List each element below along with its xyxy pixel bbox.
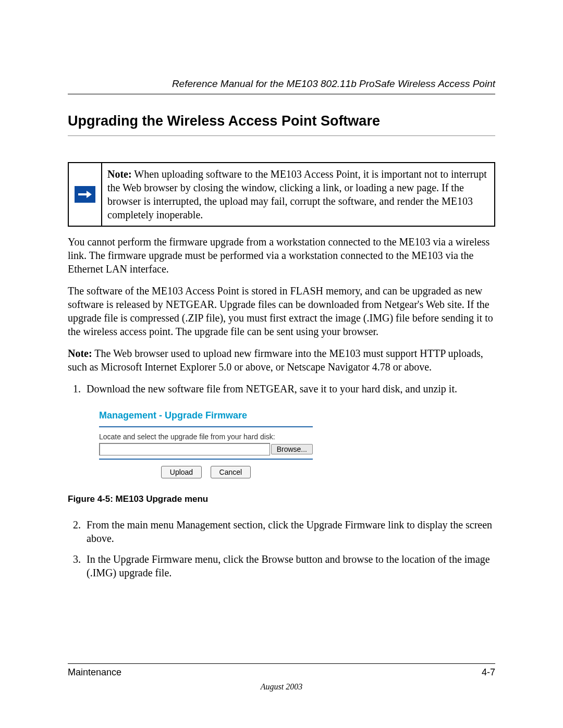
- p3-note-label: Note:: [68, 348, 92, 359]
- note-icon-cell: [68, 163, 102, 226]
- file-input-row: Browse...: [99, 443, 313, 455]
- p3-note-text: The Web browser used to upload new firmw…: [68, 348, 483, 373]
- figure-caption: Figure 4-5: ME103 Upgrade menu: [68, 494, 495, 504]
- steps-list-cont: From the main menu Management section, c…: [68, 518, 495, 579]
- firmware-instruction: Locate and select the upgrade file from …: [99, 433, 313, 441]
- note-box: Note: When uploading software to the ME1…: [68, 162, 495, 227]
- firmware-button-row: Upload Cancel: [99, 466, 313, 478]
- paragraph-2: The software of the ME103 Access Point i…: [68, 284, 495, 338]
- manual-header: Reference Manual for the ME103 802.11b P…: [68, 78, 495, 90]
- browse-button[interactable]: Browse...: [271, 444, 313, 454]
- document-page: Reference Manual for the ME103 802.11b P…: [0, 0, 563, 728]
- svg-marker-1: [87, 191, 92, 198]
- footer-page-number: 4-7: [482, 667, 495, 678]
- note-text-cell: Note: When uploading software to the ME1…: [102, 163, 495, 226]
- section-heading: Upgrading the Wireless Access Point Soft…: [68, 113, 495, 129]
- note-label: Note:: [107, 168, 132, 180]
- cancel-button[interactable]: Cancel: [211, 466, 251, 478]
- steps-list: Download the new software file from NETG…: [68, 382, 495, 396]
- step-1: Download the new software file from NETG…: [83, 382, 495, 396]
- footer-row: Maintenance 4-7: [68, 667, 495, 678]
- firmware-top-rule: [99, 426, 313, 427]
- firmware-bottom-rule: [99, 459, 313, 460]
- paragraph-3: Note: The Web browser used to upload new…: [68, 347, 495, 374]
- note-text: When uploading software to the ME103 Acc…: [107, 168, 487, 220]
- firmware-title: Management - Upgrade Firmware: [99, 410, 313, 423]
- upload-button[interactable]: Upload: [161, 466, 202, 478]
- header-divider: [68, 94, 495, 94]
- page-footer: Maintenance 4-7 August 2003: [68, 663, 495, 692]
- file-path-input[interactable]: [99, 443, 270, 455]
- step-2: From the main menu Management section, c…: [83, 518, 495, 545]
- heading-divider: [68, 135, 495, 136]
- step-3: In the Upgrade Firmware menu, click the …: [83, 552, 495, 579]
- footer-section: Maintenance: [68, 667, 121, 678]
- footer-divider: [68, 663, 495, 664]
- footer-date: August 2003: [68, 682, 495, 692]
- arrow-right-icon: [75, 186, 95, 203]
- paragraph-1: You cannot perform the firmware upgrade …: [68, 235, 495, 276]
- firmware-screenshot: Management - Upgrade Firmware Locate and…: [99, 410, 313, 478]
